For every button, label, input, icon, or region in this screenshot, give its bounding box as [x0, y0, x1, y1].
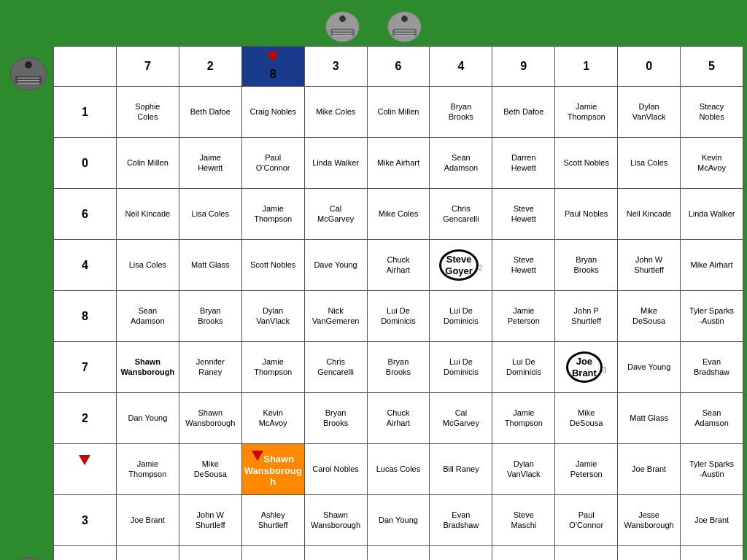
- col-header-0: 0: [618, 47, 681, 87]
- table-cell: AshleyShurtleff: [241, 495, 304, 546]
- table-cell: Matt Glass: [618, 393, 681, 444]
- table-cell: DylanVanVlack: [241, 291, 304, 342]
- table-cell: Beth Dafoe: [179, 87, 241, 138]
- table-cell: Tyler Sparks-Austin: [681, 444, 743, 495]
- table-row: 7ShawnWansboroughJenniferRaneyJamieThomp…: [54, 342, 743, 393]
- row-header-6: 6: [54, 189, 117, 240]
- col-header-8: 8: [241, 47, 304, 87]
- table-row: 3Joe BrantJohn WShurtleffAshleyShurtleff…: [54, 495, 743, 546]
- table-row: 6Neil KincadeLisa ColesJamieThompsonCalM…: [54, 189, 743, 240]
- table-cell: SteveHewett: [492, 189, 555, 240]
- table-cell: NickVanGemeren: [304, 291, 367, 342]
- column-header-row: 7 2 8 3 6 4 9 1 0 5: [54, 47, 743, 87]
- col-header-5: 5: [681, 47, 743, 87]
- row-header-4: 4: [54, 240, 117, 291]
- table-cell: DylanVanVlack: [618, 87, 681, 138]
- row-header-9: 9: [54, 546, 117, 561]
- table-cell: Joe Brant: [681, 495, 743, 546]
- table-cell: JamieThompson: [116, 444, 179, 495]
- table-cell: Mike Coles: [367, 189, 430, 240]
- row-header-7: 7: [54, 342, 117, 393]
- table-cell: MikeDeSousa: [179, 444, 241, 495]
- table-cell: Tyler Sparks-Austin: [681, 291, 743, 342]
- table-cell: Tyler Sparks-Austin: [681, 546, 743, 561]
- table-cell: ChrisGencarelli: [430, 189, 492, 240]
- corner-cell: [54, 47, 117, 87]
- table-cell: ShawnWansborough: [367, 546, 430, 561]
- table-row: 1SophieColesBeth DafoeCraig NoblesMike C…: [54, 87, 743, 138]
- table-cell: Dave Young: [304, 240, 367, 291]
- table-cell: Lui DeDominicis: [430, 291, 492, 342]
- table-cell: DarrenHewett: [241, 546, 304, 561]
- table-cell: Lisa Coles: [179, 189, 241, 240]
- table-cell: Scott Nobles: [241, 240, 304, 291]
- table-cell: JaimeHewett: [179, 138, 241, 189]
- table-cell: Lucas Coles: [367, 444, 430, 495]
- col-header-3: 3: [304, 47, 367, 87]
- col-header-1: 1: [555, 47, 618, 87]
- table-cell: Scott Nobles: [555, 138, 618, 189]
- table-row: 9BruceBoucherBryanBrooksDarrenHewettJoe …: [54, 546, 743, 561]
- table-cell: Neil Kincade: [618, 189, 681, 240]
- table-cell: CalMcGarvey: [304, 189, 367, 240]
- table-row: 2Dan YoungShawnWansboroughKevinMcAvoyBry…: [54, 393, 743, 444]
- svg-point-6: [339, 15, 346, 22]
- table-cell: MikeDeSousa: [555, 393, 618, 444]
- eagles-helmet-bottom: [7, 546, 50, 560]
- table-cell: EvanBradshaw: [430, 495, 492, 546]
- table-row: 5JamieThompsonMikeDeSousaShawnWansboroug…: [54, 444, 743, 495]
- kc-helmet-right: [384, 7, 425, 43]
- table-cell: Joe Brant: [618, 444, 681, 495]
- table-cell: BryanBrooks: [179, 291, 241, 342]
- table-cell: SeanAdamson: [681, 393, 743, 444]
- table-cell: Matt Glass: [179, 240, 241, 291]
- table-cell: SophieColes: [116, 87, 179, 138]
- table-row: 0Colin MillenJaimeHewettPaulO'ConnorLind…: [54, 138, 743, 189]
- table-cell: SeanAdamson: [430, 138, 492, 189]
- table-cell: EvanBradshaw: [681, 342, 743, 393]
- main-container: 7 2 8 3 6 4 9 1 0 5: [0, 0, 747, 560]
- table-cell: SeanAdamson: [116, 291, 179, 342]
- kc-helmet-left: [322, 7, 363, 43]
- table-cell: John PShurtleff: [555, 291, 618, 342]
- row-header-8: 8: [54, 291, 117, 342]
- row-header-5: 5: [54, 444, 117, 495]
- table-cell: ShawnWansborough: [179, 393, 241, 444]
- table-cell: JesseWansborough: [618, 495, 681, 546]
- table-cell: Mike Airhart: [681, 240, 743, 291]
- table-row: 4Lisa ColesMatt GlassScott NoblesDave Yo…: [54, 240, 743, 291]
- table-cell: JamieThompson: [492, 393, 555, 444]
- table-cell: BryanBrooks: [179, 546, 241, 561]
- arrow-down-icon: [243, 52, 303, 66]
- table-cell: JenniferRaney: [179, 342, 241, 393]
- table-cell: MattCouperus: [618, 546, 681, 561]
- table-cell: Lui DeDominicis: [367, 291, 430, 342]
- table-cell: Craig Nobles: [241, 87, 304, 138]
- table-cell: JamiePeterson: [492, 291, 555, 342]
- table-cell: ChuckAirhart: [367, 393, 430, 444]
- table-cell: Joe Brant: [304, 546, 367, 561]
- table-cell: JoeBrant3: [555, 342, 618, 393]
- table-cell: BryanBrooks: [555, 240, 618, 291]
- table-cell: SteacyNobles: [681, 87, 743, 138]
- table-cell: JamiePeterson: [555, 444, 618, 495]
- table-cell: SteveMaschi: [492, 495, 555, 546]
- table-cell: Colin Millen: [367, 87, 430, 138]
- table-cell: Paul Nobles: [555, 189, 618, 240]
- eagles-helmet: [7, 46, 50, 97]
- table-cell: Lisa Coles: [618, 138, 681, 189]
- table-cell: BruceBoucher: [116, 546, 179, 561]
- table-cell: Carol Nobles: [304, 444, 367, 495]
- table-cell: Lui DeDominicis: [430, 342, 492, 393]
- table-cell: John WShurtleff: [179, 495, 241, 546]
- row-header-1: 1: [54, 87, 117, 138]
- table-cell: Dan Young: [116, 393, 179, 444]
- row-header-2: 2: [54, 393, 117, 444]
- table-cell: John WShurtleff: [618, 240, 681, 291]
- svg-point-13: [401, 15, 408, 22]
- svg-point-20: [25, 61, 32, 69]
- table-cell: KevinMcAvoy: [681, 138, 743, 189]
- col-header-4: 4: [430, 47, 492, 87]
- left-side: [4, 46, 53, 560]
- table-cell: Mike Airhart: [367, 138, 430, 189]
